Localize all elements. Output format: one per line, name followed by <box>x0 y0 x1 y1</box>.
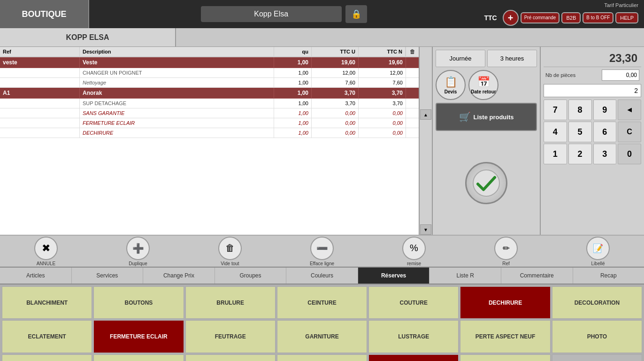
total-display: 23,30 <box>544 50 641 67</box>
grid-btn-empty <box>552 354 642 361</box>
devis-icon: 📋 <box>445 76 457 88</box>
table-row[interactable]: FERMETURE ECLAIR 1,00 0,00 0,00 <box>0 118 419 128</box>
date-retour-button[interactable]: 📅 Date retour <box>468 70 498 100</box>
grid-btn-ceinture[interactable]: CEINTURE <box>277 286 367 319</box>
key-9[interactable]: 9 <box>593 100 617 120</box>
devis-button[interactable]: 📋 Devis <box>436 70 466 100</box>
add-pre-commande-button[interactable]: + <box>503 10 519 26</box>
tab-articles[interactable]: Articles <box>0 268 72 284</box>
tab-recap[interactable]: Recap <box>573 268 644 284</box>
libelle-button[interactable]: 📝 Libellé <box>579 237 617 266</box>
ref-icon: ✏ <box>494 237 518 260</box>
nb-pieces-label: Nb de pièces <box>545 72 575 78</box>
grid-btn-tache[interactable]: TACHE <box>460 354 550 361</box>
grid-btn-photo[interactable]: PHOTO <box>552 320 642 353</box>
grid-btn-fermeture-eclair[interactable]: FERMETURE ECLAIR <box>93 320 184 353</box>
date-retour-icon: 📅 <box>477 76 490 88</box>
tab-groupes[interactable]: Groupes <box>215 268 287 284</box>
grid-btn-decoloration[interactable]: DECOLORATION <box>552 286 642 319</box>
table-header: Ref Description qu TTC U TTC N 🗑 <box>0 47 419 57</box>
grid-btn-reserve-lavage[interactable]: RESERVE LAVAGE <box>93 354 184 361</box>
key-4[interactable]: 4 <box>544 122 567 142</box>
efface-ligne-icon: ➖ <box>310 237 334 260</box>
tab-services[interactable]: Services <box>72 268 144 284</box>
confirm-button[interactable] <box>465 162 507 204</box>
b2b-button[interactable]: B2B <box>561 12 581 23</box>
tab-reserves[interactable]: Réserves <box>358 268 430 284</box>
liste-produits-icon: 🛒 <box>459 111 471 123</box>
key-1[interactable]: 1 <box>544 144 567 164</box>
key-clear[interactable]: C <box>618 122 641 142</box>
duplique-icon: ➕ <box>126 237 150 260</box>
grid-btn-retressissement[interactable]: RETRESSISSEMENT <box>185 354 276 361</box>
annule-button[interactable]: ✖ ANNULE <box>27 237 65 266</box>
numpad-display: 2 <box>544 84 641 97</box>
grid-btn-garniture[interactable]: GARNITURE <box>277 320 367 353</box>
grid-btn-couture[interactable]: COUTURE <box>368 286 459 319</box>
ttc-label: TTC <box>484 14 497 22</box>
customer-name-display: Kopp Elsa <box>201 6 342 22</box>
efface-ligne-button[interactable]: ➖ Efface ligne <box>303 237 341 266</box>
grid-btn-eclatement[interactable]: ECLATEMENT <box>2 320 92 353</box>
table-row[interactable]: Nettoyage 1,00 7,60 7,60 <box>0 78 419 88</box>
table-row[interactable]: veste Veste 1,00 19,60 19,60 <box>0 57 419 68</box>
vide-tout-icon: 🗑 <box>218 237 242 260</box>
pre-commande-button[interactable]: Pré commande <box>521 12 560 23</box>
tab-commentaire[interactable]: Commentaire <box>501 268 573 284</box>
lock-icon[interactable]: 🔒 <box>345 5 367 23</box>
key-backspace[interactable]: ◄ <box>618 100 641 120</box>
ref-button[interactable]: ✏ Ref <box>487 237 525 266</box>
tab-couleurs[interactable]: Couleurs <box>286 268 358 284</box>
liste-produits-button[interactable]: 🛒 Liste produits <box>436 103 537 131</box>
checkmark-icon <box>472 169 500 197</box>
key-6[interactable]: 6 <box>593 122 617 142</box>
journee-button[interactable]: Journée <box>436 50 485 67</box>
scroll-up-button[interactable]: ▲ <box>420 109 431 120</box>
heures-button[interactable]: 3 heures <box>487 50 537 67</box>
key-8[interactable]: 8 <box>568 100 592 120</box>
scroll-down-button[interactable]: ▼ <box>420 224 431 235</box>
tarif-label: Tarif Particulier <box>604 2 638 8</box>
nb-pieces-value: 0,00 <box>602 69 639 81</box>
grid-btn-feutrage[interactable]: FEUTRAGE <box>185 320 276 353</box>
grid-btn-reserve-libre[interactable]: Réserve libre <box>277 354 367 361</box>
table-row[interactable]: A1 Anorak 1,00 3,70 3,70 <box>0 88 419 99</box>
key-2[interactable]: 2 <box>568 144 592 164</box>
tab-change-prix[interactable]: Change Prix <box>143 268 215 284</box>
btob-button[interactable]: B to B OFF <box>583 12 613 23</box>
annule-icon: ✖ <box>34 237 58 260</box>
key-3[interactable]: 3 <box>593 144 617 164</box>
tab-liste-r[interactable]: Liste R <box>429 268 501 284</box>
libelle-icon: 📝 <box>586 237 610 260</box>
table-row[interactable]: DECHIRURE 1,00 0,00 0,00 <box>0 128 419 138</box>
grid-btn-dechirure[interactable]: DECHIRURE <box>460 286 550 319</box>
grid-btn-brulure[interactable]: BRULURE <box>185 286 276 319</box>
grid-btn-perte-aspect[interactable]: PERTE ASPECT NEUF <box>460 320 550 353</box>
table-row[interactable]: CHANGER UN POIGNET 1,00 12,00 12,00 <box>0 68 419 78</box>
grid-btn-reserve[interactable]: RESERVE <box>2 354 92 361</box>
remise-button[interactable]: % remise <box>395 237 433 266</box>
grid-btn-boutons[interactable]: BOUTONS <box>93 286 184 319</box>
key-0[interactable]: 0 <box>618 144 641 164</box>
help-button[interactable]: HELP <box>615 12 638 23</box>
duplique-button[interactable]: ➕ Duplique <box>119 237 157 266</box>
grid-btn-lustrage[interactable]: LUSTRAGE <box>368 320 459 353</box>
table-row[interactable]: SANS GARANTIE 1,00 0,00 0,00 <box>0 108 419 118</box>
key-7[interactable]: 7 <box>544 100 567 120</box>
kopp-elsa-label: KOPP ELSA <box>0 28 176 46</box>
vide-tout-button[interactable]: 🗑 Vide tout <box>211 237 249 266</box>
boutique-button[interactable]: BOUTIQUE <box>0 0 89 28</box>
table-row[interactable]: SUP DETACHAGE 1,00 3,70 3,70 <box>0 99 419 108</box>
grid-btn-sans-garantie[interactable]: SANS GARANTIE <box>368 354 459 361</box>
remise-icon: % <box>402 237 426 260</box>
key-5[interactable]: 5 <box>568 122 592 142</box>
grid-btn-blanchiment[interactable]: BLANCHIMENT <box>2 286 92 319</box>
